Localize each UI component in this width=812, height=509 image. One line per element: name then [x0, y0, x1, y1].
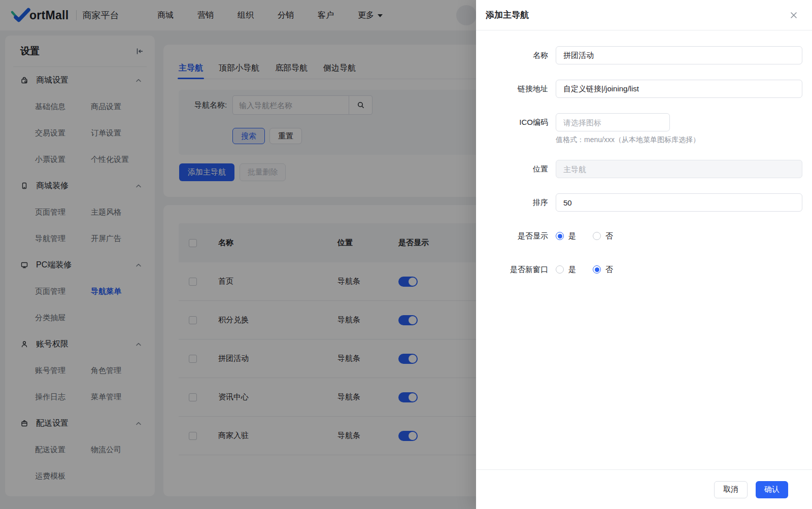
- radio-new-window-yes[interactable]: 是: [556, 265, 576, 275]
- radio-new-window-no[interactable]: 否: [593, 265, 613, 275]
- new-window-radio-group: 是 否: [556, 260, 630, 279]
- close-icon[interactable]: [789, 10, 799, 20]
- confirm-button[interactable]: 确认: [756, 481, 788, 498]
- radio-icon: [556, 265, 564, 274]
- drawer-body: 名称 链接地址 ICO编码 值格式：menu/xxx（从本地菜单图标库选择）: [476, 30, 812, 279]
- position-input[interactable]: [556, 160, 802, 178]
- cancel-button[interactable]: 取消: [714, 481, 748, 498]
- ico-label: ICO编码: [476, 113, 548, 145]
- visible-label: 是否显示: [476, 227, 548, 245]
- sort-label: 排序: [476, 193, 548, 212]
- radio-visible-no[interactable]: 否: [593, 231, 613, 241]
- new-window-label: 是否新窗口: [476, 260, 548, 279]
- sort-input[interactable]: [556, 193, 802, 212]
- link-label: 链接地址: [476, 80, 548, 98]
- visible-radio-group: 是 否: [556, 227, 630, 245]
- radio-icon: [593, 232, 601, 240]
- name-label: 名称: [476, 46, 548, 64]
- radio-visible-yes[interactable]: 是: [556, 231, 576, 241]
- drawer-title: 添加主导航: [486, 9, 529, 21]
- radio-icon: [556, 232, 564, 240]
- screen: ortMall 商家平台 商城 营销 组织 分销 客户 更多 设置: [0, 0, 812, 509]
- drawer-header: 添加主导航: [476, 0, 812, 30]
- ico-input[interactable]: [556, 113, 670, 131]
- position-label: 位置: [476, 160, 548, 178]
- drawer-footer: 取消 确认: [476, 469, 812, 509]
- link-input[interactable]: [556, 80, 802, 98]
- ico-hint: 值格式：menu/xxx（从本地菜单图标库选择）: [556, 135, 700, 145]
- drawer-add-main-nav: 添加主导航 名称 链接地址 ICO编码: [476, 0, 812, 509]
- radio-icon: [593, 265, 601, 274]
- name-input[interactable]: [556, 46, 802, 64]
